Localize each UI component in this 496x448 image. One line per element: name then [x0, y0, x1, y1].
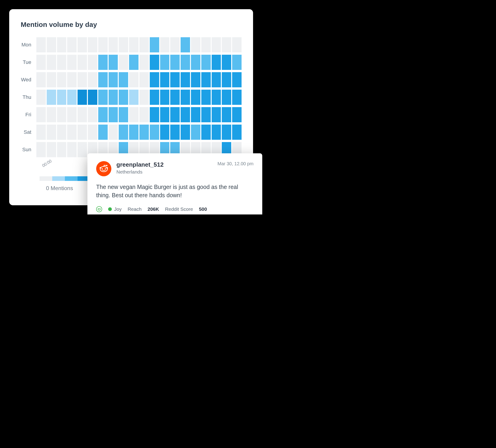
heatmap-cell[interactable]	[150, 107, 159, 122]
heatmap-cell[interactable]	[222, 107, 231, 122]
heatmap-cell[interactable]	[170, 107, 180, 122]
heatmap-cell[interactable]	[108, 72, 118, 87]
heatmap-cell[interactable]	[212, 72, 221, 87]
heatmap-cell[interactable]	[140, 72, 149, 87]
heatmap-cell[interactable]	[181, 72, 190, 87]
heatmap-cell[interactable]	[212, 55, 221, 70]
heatmap-cell[interactable]	[88, 107, 97, 122]
heatmap-cell[interactable]	[201, 125, 211, 140]
heatmap-cell[interactable]	[129, 125, 139, 140]
heatmap-cell[interactable]	[232, 107, 242, 122]
heatmap-cell[interactable]	[170, 90, 180, 105]
heatmap-cell[interactable]	[160, 107, 170, 122]
heatmap-cell[interactable]	[119, 72, 128, 87]
heatmap-cell[interactable]	[98, 72, 108, 87]
heatmap-cell[interactable]	[78, 55, 87, 70]
heatmap-cell[interactable]	[67, 125, 77, 140]
heatmap-cell[interactable]	[212, 37, 221, 52]
heatmap-cell[interactable]	[88, 72, 97, 87]
heatmap-cell[interactable]	[78, 90, 87, 105]
heatmap-cell[interactable]	[191, 90, 200, 105]
heatmap-cell[interactable]	[67, 72, 77, 87]
heatmap-cell[interactable]	[201, 55, 211, 70]
heatmap-cell[interactable]	[36, 72, 46, 87]
heatmap-cell[interactable]	[36, 107, 46, 122]
heatmap-cell[interactable]	[170, 37, 180, 52]
heatmap-cell[interactable]	[98, 37, 108, 52]
heatmap-cell[interactable]	[201, 72, 211, 87]
heatmap-cell[interactable]	[160, 72, 170, 87]
heatmap-cell[interactable]	[201, 90, 211, 105]
heatmap-cell[interactable]	[170, 72, 180, 87]
heatmap-cell[interactable]	[36, 125, 46, 140]
heatmap-cell[interactable]	[140, 37, 149, 52]
heatmap-cell[interactable]	[78, 37, 87, 52]
heatmap-cell[interactable]	[170, 55, 180, 70]
heatmap-cell[interactable]	[47, 55, 56, 70]
heatmap-cell[interactable]	[160, 37, 170, 52]
heatmap-cell[interactable]	[129, 37, 139, 52]
heatmap-cell[interactable]	[150, 37, 159, 52]
heatmap-cell[interactable]	[181, 55, 190, 70]
heatmap-cell[interactable]	[47, 107, 56, 122]
heatmap-cell[interactable]	[181, 90, 190, 105]
heatmap-cell[interactable]	[222, 72, 231, 87]
heatmap-cell[interactable]	[57, 72, 66, 87]
heatmap-cell[interactable]	[150, 72, 159, 87]
heatmap-cell[interactable]	[78, 107, 87, 122]
heatmap-cell[interactable]	[140, 55, 149, 70]
heatmap-cell[interactable]	[67, 55, 77, 70]
heatmap-cell[interactable]	[129, 107, 139, 122]
heatmap-cell[interactable]	[47, 125, 56, 140]
heatmap-cell[interactable]	[222, 90, 231, 105]
heatmap-cell[interactable]	[140, 107, 149, 122]
heatmap-cell[interactable]	[36, 37, 46, 52]
heatmap-cell[interactable]	[191, 107, 200, 122]
heatmap-cell[interactable]	[88, 55, 97, 70]
heatmap-cell[interactable]	[57, 37, 66, 52]
heatmap-cell[interactable]	[88, 37, 97, 52]
heatmap-cell[interactable]	[181, 107, 190, 122]
heatmap-cell[interactable]	[57, 90, 66, 105]
heatmap-cell[interactable]	[67, 90, 77, 105]
heatmap-cell[interactable]	[119, 125, 128, 140]
heatmap-cell[interactable]	[36, 142, 46, 157]
heatmap-cell[interactable]	[201, 107, 211, 122]
heatmap-cell[interactable]	[47, 90, 56, 105]
heatmap-cell[interactable]	[108, 55, 118, 70]
heatmap-cell[interactable]	[191, 125, 200, 140]
heatmap-cell[interactable]	[212, 107, 221, 122]
heatmap-cell[interactable]	[119, 90, 128, 105]
heatmap-cell[interactable]	[222, 55, 231, 70]
heatmap-cell[interactable]	[57, 125, 66, 140]
heatmap-cell[interactable]	[170, 125, 180, 140]
heatmap-cell[interactable]	[181, 125, 190, 140]
mention-card[interactable]: greenplanet_512 Netherlands Mar 30, 12.0…	[87, 153, 262, 215]
heatmap-cell[interactable]	[129, 55, 139, 70]
heatmap-cell[interactable]	[98, 55, 108, 70]
heatmap-cell[interactable]	[140, 90, 149, 105]
heatmap-cell[interactable]	[212, 90, 221, 105]
heatmap-cell[interactable]	[119, 55, 128, 70]
heatmap-cell[interactable]	[160, 55, 170, 70]
heatmap-cell[interactable]	[67, 37, 77, 52]
heatmap-cell[interactable]	[57, 107, 66, 122]
heatmap-cell[interactable]	[222, 37, 231, 52]
heatmap-cell[interactable]	[232, 37, 242, 52]
heatmap-cell[interactable]	[98, 90, 108, 105]
heatmap-cell[interactable]	[88, 90, 97, 105]
heatmap-cell[interactable]	[98, 107, 108, 122]
heatmap-cell[interactable]	[232, 55, 242, 70]
heatmap-cell[interactable]	[108, 37, 118, 52]
heatmap-cell[interactable]	[150, 55, 159, 70]
heatmap-cell[interactable]	[201, 37, 211, 52]
heatmap-cell[interactable]	[108, 107, 118, 122]
heatmap-cell[interactable]	[108, 125, 118, 140]
heatmap-cell[interactable]	[108, 90, 118, 105]
heatmap-cell[interactable]	[119, 107, 128, 122]
heatmap-cell[interactable]	[181, 37, 190, 52]
heatmap-cell[interactable]	[67, 107, 77, 122]
heatmap-cell[interactable]	[160, 90, 170, 105]
heatmap-cell[interactable]	[47, 72, 56, 87]
heatmap-cell[interactable]	[129, 90, 139, 105]
